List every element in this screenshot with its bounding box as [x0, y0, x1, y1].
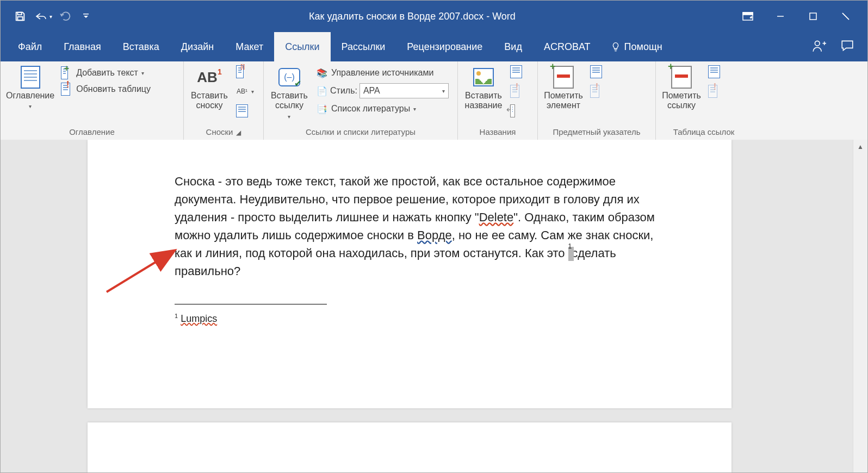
- tab-home[interactable]: Главная: [53, 32, 112, 61]
- insert-footnote-button[interactable]: AB1 Вставить сноску: [188, 64, 231, 113]
- undo-button[interactable]: ▾: [33, 5, 53, 27]
- add-text-button[interactable]: + Добавить текст▾: [59, 66, 153, 80]
- add-text-label: Добавить текст: [76, 68, 138, 78]
- footnote-reference-mark[interactable]: 1: [568, 246, 572, 260]
- document-area: Сноска - это ведь тоже текст, такой же п…: [1, 140, 867, 472]
- para-vorde: Ворде: [417, 228, 452, 242]
- para-delete: Delete: [479, 210, 514, 224]
- insert-endnote-button[interactable]: [i]: [234, 65, 256, 79]
- tab-acrobat[interactable]: ACROBAT: [533, 32, 602, 61]
- group-toc-label: Оглавление: [5, 125, 179, 140]
- title-bar: ▾ Как удалить сноски в Ворде 2007.docx -…: [1, 1, 867, 32]
- svg-point-9: [815, 41, 820, 46]
- show-notes-button[interactable]: [234, 104, 256, 118]
- bibliography-button[interactable]: 📑 Список литературы▾: [314, 102, 451, 116]
- group-citations-label: Ссылки и списки литературы: [268, 125, 453, 140]
- share-icon: [812, 39, 826, 53]
- maximize-button[interactable]: [797, 1, 829, 32]
- update-table-button[interactable]: ! Обновить таблицу: [59, 82, 153, 96]
- tab-review[interactable]: Рецензирование: [396, 32, 493, 61]
- customize-qat-button[interactable]: [79, 5, 93, 27]
- update-index-button[interactable]: !: [588, 84, 604, 98]
- svg-line-8: [842, 13, 849, 20]
- svg-rect-1: [17, 17, 22, 20]
- footnotes-launcher[interactable]: ◢: [236, 129, 241, 136]
- insert-citation-button[interactable]: (–)✔ Вставить ссылку▾: [268, 64, 311, 123]
- update-tof-icon: !: [510, 85, 522, 97]
- insert-toa-icon: [708, 66, 720, 78]
- redo-button[interactable]: [56, 5, 76, 27]
- tab-design[interactable]: Дизайн: [170, 32, 225, 61]
- vertical-scrollbar[interactable]: ▲: [853, 140, 867, 472]
- tell-me[interactable]: Помощн: [602, 32, 662, 61]
- style-label: Стиль:: [330, 86, 357, 96]
- insert-caption-button[interactable]: Вставить название: [462, 64, 505, 113]
- tab-file[interactable]: Файл: [7, 32, 53, 61]
- group-toa-label: Таблица ссылок: [660, 125, 747, 140]
- manage-sources-label: Управление источниками: [331, 68, 433, 78]
- style-icon: 📄: [316, 85, 328, 97]
- mark-index-entry-button[interactable]: + Пометить элемент: [542, 64, 585, 113]
- footnote-content: Lumpics: [181, 313, 217, 324]
- window-title: Как удалить сноски в Ворде 2007.docx - W…: [93, 11, 731, 22]
- page-2[interactable]: [88, 422, 731, 472]
- insert-index-button[interactable]: [588, 65, 604, 79]
- mark-citation-button[interactable]: + Пометить ссылку: [660, 64, 703, 113]
- tab-layout[interactable]: Макет: [225, 32, 274, 61]
- comment-icon: [840, 39, 854, 53]
- caption-icon: [472, 66, 495, 89]
- ribbon-tabs: Файл Главная Вставка Дизайн Макет Ссылки…: [1, 32, 867, 61]
- insert-tof-button[interactable]: [508, 65, 524, 79]
- footnote-number: 1: [175, 313, 178, 319]
- group-captions-label: Названия: [462, 125, 533, 140]
- mark-index-icon: +: [552, 66, 575, 89]
- bibliography-label: Список литературы: [331, 104, 410, 114]
- footnote-text[interactable]: 1 Lumpics: [175, 313, 217, 325]
- toc-button[interactable]: Оглавление▾: [5, 64, 55, 113]
- bibliography-icon: 📑: [316, 103, 328, 115]
- document-body-text[interactable]: Сноска - это ведь тоже текст, такой же п…: [175, 172, 655, 280]
- insert-caption-label: Вставить название: [465, 91, 503, 111]
- update-tof-button[interactable]: !: [508, 84, 524, 98]
- mark-index-label: Пометить элемент: [544, 91, 583, 111]
- tab-view[interactable]: Вид: [493, 32, 533, 61]
- ribbon-display-options-button[interactable]: [731, 1, 764, 32]
- lightbulb-icon: [610, 41, 621, 52]
- style-value: APA: [363, 86, 380, 96]
- insert-toa-button[interactable]: [706, 65, 722, 79]
- cross-reference-button[interactable]: ↲: [508, 104, 524, 118]
- add-text-icon: +: [61, 67, 73, 79]
- toc-icon: [19, 66, 42, 89]
- share-button[interactable]: [812, 39, 826, 55]
- comments-button[interactable]: [840, 39, 854, 55]
- svg-rect-4: [743, 13, 753, 15]
- insert-index-icon: [590, 66, 602, 78]
- group-footnotes-label: Сноски: [206, 127, 233, 136]
- citation-icon: (–)✔: [278, 66, 301, 89]
- next-footnote-button[interactable]: AB¹▾: [234, 84, 256, 98]
- footnote-separator: [175, 304, 327, 304]
- save-button[interactable]: [10, 5, 30, 27]
- annotation-arrow: [104, 246, 180, 295]
- manage-sources-icon: 📚: [316, 67, 328, 79]
- next-footnote-icon: AB¹: [236, 85, 248, 97]
- page-1[interactable]: Сноска - это ведь тоже текст, такой же п…: [88, 140, 731, 408]
- update-index-icon: !: [590, 85, 602, 97]
- tab-references[interactable]: Ссылки: [274, 32, 330, 61]
- update-table-label: Обновить таблицу: [76, 84, 151, 94]
- scroll-up-button[interactable]: ▲: [853, 140, 867, 154]
- mark-citation-icon: +: [670, 66, 693, 89]
- crossref-icon: ↲: [510, 105, 522, 117]
- tab-mailings[interactable]: Рассылки: [331, 32, 396, 61]
- insert-footnote-label: Вставить сноску: [191, 91, 228, 111]
- minimize-button[interactable]: [764, 1, 797, 32]
- citation-style-row: 📄 Стиль: APA▾: [314, 82, 451, 99]
- tab-insert[interactable]: Вставка: [112, 32, 170, 61]
- svg-rect-6: [810, 13, 816, 20]
- citation-style-select[interactable]: APA▾: [359, 83, 449, 98]
- close-button[interactable]: [829, 1, 862, 32]
- manage-sources-button[interactable]: 📚 Управление источниками: [314, 66, 451, 80]
- show-notes-icon: [236, 105, 248, 117]
- update-toa-icon: !: [708, 85, 720, 97]
- update-toa-button[interactable]: !: [706, 84, 722, 98]
